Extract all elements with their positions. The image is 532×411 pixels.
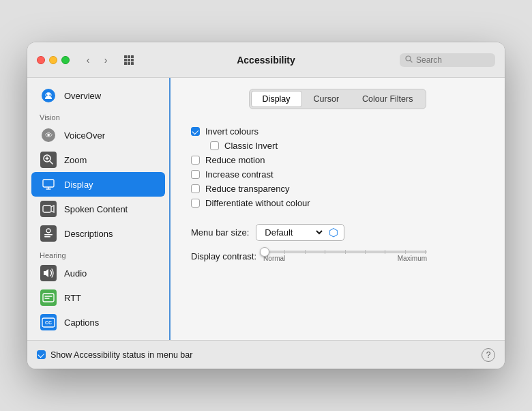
show-accessibility-label: Show Accessibility status in menu bar xyxy=(50,350,192,360)
captions-icon: CC xyxy=(40,313,57,331)
menu-bar-size-row: Menu bar size: Default Large ⬡ xyxy=(184,218,491,246)
overview-label: Overview xyxy=(64,91,101,101)
titlebar: ‹ › Accessibility xyxy=(27,42,505,78)
svg-rect-26 xyxy=(40,225,57,242)
slider-track[interactable] xyxy=(263,251,427,253)
svg-rect-0 xyxy=(124,55,127,58)
main-window: ‹ › Accessibility xyxy=(27,42,505,369)
slider-container: Normal Maximum xyxy=(263,251,427,262)
svg-rect-5 xyxy=(131,59,134,61)
back-button[interactable]: ‹ xyxy=(80,53,95,68)
classic-invert-checkbox[interactable] xyxy=(210,141,219,150)
sidebar-item-audio[interactable]: Audio xyxy=(31,261,165,285)
reduce-transparency-label: Reduce transparency xyxy=(205,184,290,194)
overview-icon xyxy=(40,87,57,104)
display-icon xyxy=(40,175,57,193)
minimize-button[interactable] xyxy=(49,56,57,64)
invert-colours-row: Invert colours xyxy=(184,124,491,139)
increase-contrast-label: Increase contrast xyxy=(205,169,274,180)
voiceover-label: VoiceOver xyxy=(64,130,105,141)
reduce-motion-checkbox[interactable] xyxy=(191,156,200,165)
sidebar-item-zoom[interactable]: Zoom xyxy=(31,147,165,172)
maximize-button[interactable] xyxy=(61,56,70,64)
tab-colour-filters[interactable]: Colour Filters xyxy=(351,91,424,107)
sidebar-item-spoken-content[interactable]: Spoken Content xyxy=(31,197,165,221)
slider-thumb[interactable] xyxy=(260,247,269,257)
svg-rect-4 xyxy=(128,59,130,61)
show-accessibility-checkbox[interactable] xyxy=(37,350,46,359)
rtt-icon xyxy=(40,289,57,307)
audio-icon xyxy=(40,264,57,282)
zoom-label: Zoom xyxy=(64,155,87,165)
differentiate-colour-row: Differentiate without colour xyxy=(184,196,491,210)
reduce-transparency-row: Reduce transparency xyxy=(184,182,491,196)
svg-point-12 xyxy=(47,93,50,96)
svg-text:CC: CC xyxy=(45,320,52,325)
sidebar-item-voiceover[interactable]: 👁 VoiceOver xyxy=(31,123,165,147)
invert-colours-label: Invert colours xyxy=(205,126,258,137)
sidebar-item-rtt[interactable]: RTT xyxy=(31,285,165,310)
show-accessibility-row: Show Accessibility status in menu bar xyxy=(37,350,192,360)
sidebar-item-descriptions[interactable]: Descriptions xyxy=(31,221,165,246)
classic-invert-label: Classic Invert xyxy=(224,141,278,151)
menu-bar-size-select[interactable]: Default Large xyxy=(262,227,325,238)
reduce-transparency-checkbox[interactable] xyxy=(191,184,200,193)
invert-colours-checkbox[interactable] xyxy=(191,127,200,136)
voiceover-icon: 👁 xyxy=(40,126,57,144)
svg-rect-7 xyxy=(128,62,130,65)
svg-line-10 xyxy=(411,61,413,63)
settings-content: Invert colours Classic Invert Reduce mot… xyxy=(184,122,491,269)
increase-contrast-checkbox[interactable] xyxy=(191,170,200,179)
hearing-section-label: Hearing xyxy=(27,246,169,261)
svg-rect-28 xyxy=(44,234,53,236)
display-contrast-row: Display contrast: xyxy=(184,246,491,266)
sidebar-item-overview[interactable]: Overview xyxy=(31,83,165,108)
svg-rect-8 xyxy=(131,62,134,65)
svg-text:👁: 👁 xyxy=(45,131,53,139)
sidebar-item-display[interactable]: Display xyxy=(31,172,165,197)
search-icon xyxy=(405,55,413,64)
display-label: Display xyxy=(64,180,93,190)
close-button[interactable] xyxy=(37,56,45,64)
svg-rect-2 xyxy=(131,55,134,58)
forward-button[interactable]: › xyxy=(98,53,113,68)
search-bar[interactable] xyxy=(400,53,495,67)
menu-bar-size-label: Menu bar size: xyxy=(191,227,249,238)
right-panel: Display Cursor Colour Filters Invert col… xyxy=(171,78,505,340)
traffic-lights xyxy=(37,56,70,64)
bottom-bar: Show Accessibility status in menu bar ? xyxy=(27,340,505,369)
differentiate-colour-checkbox[interactable] xyxy=(191,199,200,208)
slider-labels: Normal Maximum xyxy=(263,255,427,262)
svg-point-9 xyxy=(406,56,411,61)
sidebar-item-captions[interactable]: CC Captions xyxy=(31,310,165,335)
increase-contrast-row: Increase contrast xyxy=(184,167,491,182)
sidebar: Overview Vision 👁 VoiceOver xyxy=(27,78,171,340)
reduce-motion-label: Reduce motion xyxy=(205,155,265,165)
vision-section-label: Vision xyxy=(27,108,169,123)
captions-label: Captions xyxy=(64,317,99,328)
svg-rect-1 xyxy=(128,55,130,58)
window-title: Accessibility xyxy=(237,55,295,66)
tab-cursor[interactable]: Cursor xyxy=(302,91,351,107)
spoken-content-icon xyxy=(40,200,57,218)
divider xyxy=(184,210,491,218)
zoom-icon xyxy=(40,151,57,169)
slider-max-label: Maximum xyxy=(398,255,427,262)
descriptions-icon xyxy=(40,225,57,242)
svg-rect-15 xyxy=(40,152,57,168)
tab-bar: Display Cursor Colour Filters xyxy=(249,89,427,109)
search-input[interactable] xyxy=(416,55,490,65)
reduce-motion-row: Reduce motion xyxy=(184,153,491,167)
menu-bar-size-select-wrapper[interactable]: Default Large ⬡ xyxy=(256,224,344,241)
help-button[interactable]: ? xyxy=(482,348,495,362)
differentiate-colour-label: Differentiate without colour xyxy=(205,198,310,208)
svg-rect-29 xyxy=(44,236,50,238)
select-arrow-icon: ⬡ xyxy=(329,227,338,238)
tab-display[interactable]: Display xyxy=(251,91,302,107)
display-contrast-label: Display contrast: xyxy=(191,251,256,261)
spoken-content-label: Spoken Content xyxy=(64,204,128,214)
svg-rect-6 xyxy=(124,62,127,65)
descriptions-label: Descriptions xyxy=(64,229,113,239)
main-content: Overview Vision 👁 VoiceOver xyxy=(27,78,505,340)
grid-button[interactable] xyxy=(121,53,136,68)
